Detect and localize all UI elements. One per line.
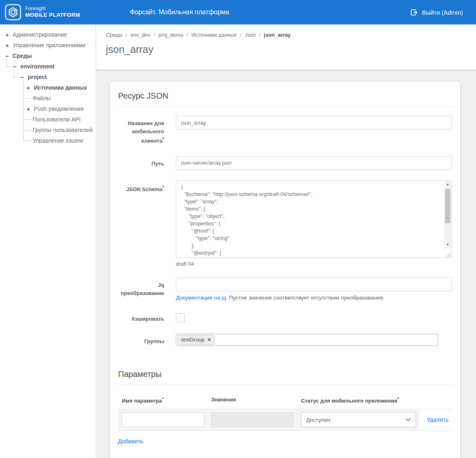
jq-hint-text: Пустое значение соответствует отсутствию…	[228, 295, 384, 301]
app-header: Foresight MOBILE PLATFORM Форсайт. Мобил…	[0, 0, 476, 24]
expand-plus-icon[interactable]: +	[25, 84, 31, 91]
tree-item-environments[interactable]: − Среды	[0, 51, 96, 61]
tree-item-push-notifications[interactable]: + Push уведомления	[0, 103, 96, 114]
cache-checkbox[interactable]	[176, 313, 185, 322]
breadcrumb-separator: /	[259, 32, 261, 38]
breadcrumb-separator: /	[186, 32, 188, 38]
tree-item-api-users[interactable]: Пользователи API	[0, 114, 96, 125]
tree-item-label: Управление приложениями	[13, 42, 86, 48]
tree-item-administration[interactable]: + Администрирование	[0, 29, 96, 40]
json-schema-textarea[interactable]: { "$schema": "http://json-schema.org/dra…	[176, 181, 452, 258]
resource-form-card: Ресурс JSON Название для мобильного клие…	[110, 81, 460, 458]
required-asterisk: *	[162, 185, 164, 190]
expand-plus-icon[interactable]: +	[4, 31, 10, 38]
tree-item-files[interactable]: Файлы	[0, 93, 96, 103]
logout-button[interactable]: Выйти (Admin)	[410, 9, 463, 16]
content-scroll: Ресурс JSON Название для мобильного клие…	[96, 69, 476, 458]
parameters-table-header: Имя параметра* Значение Статус для мобил…	[118, 396, 452, 404]
tree-item-app-management[interactable]: + Управление приложениями	[0, 40, 96, 51]
tree-item-label: Push уведомления	[34, 106, 83, 112]
field-row-jq: Jq преобразование Документация на jq. Пу…	[118, 277, 452, 301]
breadcrumb-current: json_array	[264, 32, 291, 38]
tree-group-project-children: + Источники данных Файлы + Push уведомле…	[0, 82, 96, 146]
app-title: Форсайт. Мобильная платформа	[130, 9, 229, 16]
collapse-minus-icon[interactable]: −	[12, 63, 18, 70]
schema-hint: draft 04	[176, 261, 452, 267]
parameter-row-cells: Доступен	[118, 409, 419, 430]
tree-item-label: Источники данных	[34, 84, 87, 91]
column-header-name: Имя параметра*	[122, 396, 204, 404]
name-field-label: Название для мобильного клиента*	[118, 116, 164, 145]
breadcrumb: Среды / env_dev / proj_demo / Источники …	[106, 32, 466, 38]
tree-item-label: Управление кэшем	[33, 137, 83, 144]
main-layout: + Администрирование + Управление приложе…	[0, 24, 476, 458]
content-topbar: Среды / env_dev / proj_demo / Источники …	[96, 24, 476, 69]
cache-field-label: Кэшировать	[118, 311, 164, 323]
parameter-value-input	[211, 412, 294, 427]
group-tag: testGroup ✕	[178, 335, 215, 345]
field-row-groups: Группы testGroup ✕	[118, 334, 452, 346]
app-root: Foresight MOBILE PLATFORM Форсайт. Мобил…	[0, 0, 476, 458]
section-title-parameters: Параметры	[118, 370, 452, 385]
breadcrumb-item[interactable]: Источники данных	[191, 32, 237, 38]
textarea-scrollbar-thumb[interactable]	[445, 189, 450, 223]
json-schema-content[interactable]: { "$schema": "http://json-schema.org/dra…	[176, 181, 452, 258]
scroll-down-arrow-icon[interactable]: ▼	[444, 242, 451, 248]
path-field-label: Путь	[118, 156, 164, 170]
field-row-name: Название для мобильного клиента*	[118, 116, 452, 145]
tree-item-cache-management[interactable]: Управление кэшем	[0, 135, 96, 146]
jq-doc-link[interactable]: Документация на jq.	[176, 295, 228, 301]
breadcrumb-separator: /	[154, 32, 155, 38]
logout-label: Выйти (Admin)	[422, 9, 463, 16]
field-row-schema: JSON Schema* { "$schema": "http://json-s…	[118, 181, 452, 267]
parameter-name-input[interactable]	[122, 412, 204, 427]
content-area: Среды / env_dev / proj_demo / Источники …	[96, 24, 476, 458]
tree-item-project[interactable]: − project	[0, 72, 96, 82]
scroll-up-arrow-icon[interactable]: ▲	[444, 181, 451, 188]
expand-plus-icon[interactable]: +	[4, 42, 10, 49]
breadcrumb-item[interactable]: Json	[245, 32, 256, 38]
groups-tag-input[interactable]: testGroup ✕	[176, 334, 438, 346]
jq-field-label: Jq преобразование	[118, 277, 164, 301]
breadcrumb-item[interactable]: env_dev	[130, 32, 150, 38]
page-title: json_array	[106, 44, 466, 55]
chevron-down-icon	[406, 418, 411, 421]
logout-icon	[410, 9, 418, 16]
logo-text: Foresight MOBILE PLATFORM	[25, 6, 80, 19]
required-asterisk: *	[162, 137, 164, 141]
tree-item-user-groups[interactable]: Группы пользователей	[0, 125, 96, 135]
status-select-value: Доступен	[306, 417, 330, 423]
breadcrumb-item[interactable]: proj_demo	[158, 32, 183, 38]
logo-line2: MOBILE PLATFORM	[25, 12, 80, 19]
tree-item-label: environment	[20, 63, 55, 70]
breadcrumb-item[interactable]: Среды	[106, 32, 123, 38]
path-input[interactable]	[176, 156, 452, 170]
required-asterisk: *	[162, 396, 164, 401]
remove-tag-icon[interactable]: ✕	[207, 337, 211, 343]
tree-item-label: Группы пользователей	[33, 127, 92, 133]
sidebar: + Администрирование + Управление приложе…	[0, 24, 96, 458]
field-row-path: Путь	[118, 156, 452, 170]
tree-item-label: project	[28, 74, 47, 80]
foresight-logo-icon	[5, 4, 21, 20]
add-parameter-link[interactable]: Добавить	[118, 438, 143, 445]
collapse-minus-icon[interactable]: −	[4, 53, 10, 59]
tree-item-label: Пользователи API	[33, 116, 81, 123]
textarea-scrollbar[interactable]: ▲ ▼	[444, 181, 451, 248]
tree-item-data-sources[interactable]: + Источники данных	[0, 82, 96, 93]
logo[interactable]: Foresight MOBILE PLATFORM	[5, 4, 80, 20]
parameters-section: Параметры Имя параметра* Значение Статус…	[118, 370, 452, 445]
expand-plus-icon[interactable]: +	[25, 106, 31, 112]
groups-field-label: Группы	[118, 334, 164, 346]
delete-parameter-link[interactable]: Удалить	[427, 416, 448, 423]
tree-item-label: Администрирование	[13, 31, 67, 38]
breadcrumb-separator: /	[126, 32, 127, 38]
breadcrumb-separator: /	[240, 32, 241, 38]
jq-input[interactable]	[176, 277, 452, 291]
collapse-minus-icon[interactable]: −	[19, 74, 25, 81]
column-header-status: Статус для мобильного приложения*	[301, 396, 416, 404]
status-select[interactable]: Доступен	[301, 412, 416, 427]
tree-item-label: Среды	[13, 53, 32, 59]
mobile-client-name-input[interactable]	[176, 116, 452, 130]
parameter-row: Доступен Удалить	[118, 409, 452, 431]
